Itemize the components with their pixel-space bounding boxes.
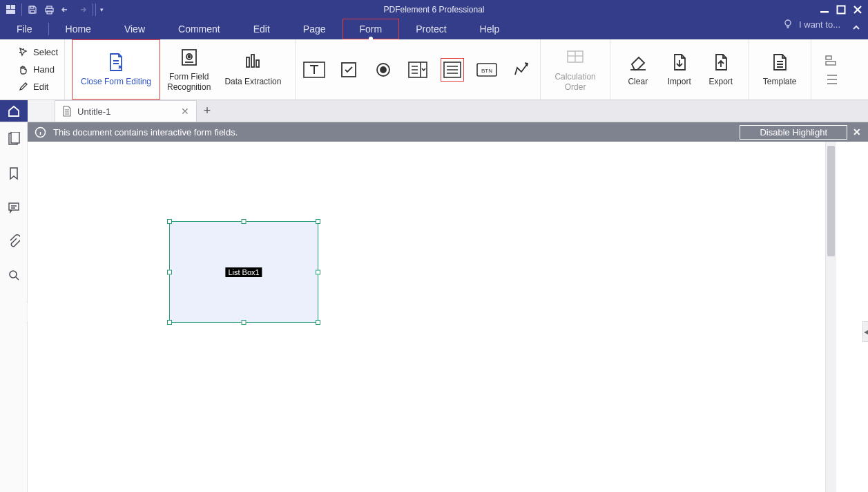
menu-protect-label: Protect [416, 23, 446, 35]
resize-handle-br[interactable] [316, 320, 320, 325]
document-tab[interactable]: Untitle-1 ✕ [55, 100, 197, 122]
thumbnails-icon[interactable] [8, 132, 20, 149]
i-want-to[interactable]: I want to... [782, 19, 840, 30]
template-label: Template [763, 77, 797, 87]
save-icon[interactable] [24, 1, 41, 17]
combobox-tool[interactable] [406, 58, 430, 82]
document-tabs: Untitle-1 ✕ + [0, 100, 868, 122]
logo-icon[interactable] [3, 1, 19, 17]
qat-dropdown-icon[interactable]: ▾ [95, 3, 104, 16]
disable-highlight-button[interactable]: Disable Highlight [740, 125, 847, 140]
svg-rect-1 [11, 5, 15, 9]
close-form-editing-button[interactable]: Close Form Editing [72, 39, 160, 100]
undo-icon[interactable] [57, 1, 74, 17]
svg-text:BTN: BTN [481, 68, 492, 74]
bookmarks-icon[interactable] [8, 167, 19, 183]
add-tab-button[interactable]: + [197, 100, 218, 122]
resize-handle-bc[interactable] [242, 320, 247, 325]
listbox-field[interactable]: List Box1 [169, 221, 318, 323]
svg-point-13 [188, 55, 190, 57]
close-button[interactable] [850, 2, 865, 17]
menu-form[interactable]: Form [343, 19, 400, 39]
svg-rect-9 [838, 6, 845, 13]
menu-page[interactable]: Page [287, 19, 343, 39]
select-tool[interactable]: Select [18, 45, 64, 60]
ribbon-template-group: Template [749, 39, 811, 100]
resize-handle-tl[interactable] [167, 219, 172, 224]
i-want-to-label: I want to... [799, 19, 840, 30]
menu-file-label: File [17, 23, 32, 35]
print-icon[interactable] [41, 1, 57, 17]
calculation-order-label: CalculationOrder [554, 72, 595, 93]
text-field-tool[interactable] [302, 58, 326, 82]
window-controls [817, 2, 865, 17]
menu-home[interactable]: Home [49, 19, 108, 39]
ribbon-selection-tools: Select Hand Edit [0, 39, 65, 100]
signature-tool[interactable] [510, 58, 533, 82]
comments-icon[interactable] [8, 201, 20, 216]
maximize-button[interactable] [833, 2, 849, 17]
resize-handle-bl[interactable] [167, 320, 172, 325]
listbox-tool[interactable] [441, 58, 464, 82]
page-canvas[interactable]: List Box1 [28, 142, 825, 492]
attachments-icon[interactable] [8, 234, 20, 251]
listbox-field-label: List Box1 [225, 267, 262, 277]
ribbon-align-group [811, 39, 869, 100]
menu-help[interactable]: Help [463, 19, 517, 39]
template-button[interactable]: Template [756, 39, 804, 100]
resize-handle-ml[interactable] [167, 269, 172, 274]
workspace: ▶ This document contains interactive for… [0, 122, 868, 492]
close-form-editing-label: Close Form Editing [81, 77, 151, 87]
right-panel-expand-icon[interactable]: ◀ [862, 321, 868, 342]
minimize-button[interactable] [817, 2, 832, 17]
home-tab[interactable] [0, 100, 28, 122]
ribbon-form-group: Close Form Editing Form FieldRecognition… [65, 39, 296, 100]
menu-edit[interactable]: Edit [237, 19, 287, 39]
import-label: Import [668, 77, 691, 87]
close-tab-icon[interactable]: ✕ [181, 106, 189, 117]
export-icon [711, 52, 731, 73]
svg-rect-30 [9, 203, 19, 210]
data-extraction-button[interactable]: Data Extraction [218, 39, 288, 100]
svg-rect-2 [6, 10, 15, 14]
form-field-recognition-button[interactable]: Form FieldRecognition [160, 39, 218, 100]
align-tool[interactable] [822, 53, 843, 68]
app-title: PDFelement 6 Professional [383, 5, 484, 15]
menu-help-label: Help [480, 23, 500, 35]
menu-view[interactable]: View [108, 19, 162, 39]
search-icon[interactable] [8, 269, 20, 284]
resize-handle-mr[interactable] [316, 269, 320, 274]
checkbox-tool[interactable] [337, 58, 360, 82]
resize-handle-tc[interactable] [242, 219, 247, 224]
edit-tool[interactable]: Edit [18, 79, 64, 95]
import-button[interactable]: Import [659, 39, 700, 100]
data-extraction-icon [242, 52, 263, 73]
button-tool[interactable]: BTN [475, 58, 499, 82]
svg-rect-6 [47, 6, 52, 8]
form-field-recognition-label: Form FieldRecognition [167, 72, 211, 93]
scrollbar-thumb[interactable] [827, 146, 835, 256]
menu-home-label: Home [66, 23, 91, 35]
resize-handle-tr[interactable] [316, 219, 320, 224]
data-extraction-label: Data Extraction [224, 77, 281, 87]
svg-rect-8 [820, 11, 829, 13]
svg-point-20 [380, 67, 386, 73]
vertical-scrollbar[interactable] [825, 142, 836, 492]
collapse-ribbon-icon[interactable] [851, 23, 861, 35]
export-button[interactable]: Export [700, 39, 742, 100]
radio-tool[interactable] [372, 58, 395, 82]
distribute-tool[interactable] [822, 72, 843, 87]
menu-bar: File Home View Comment Edit Page Form Pr… [0, 19, 868, 39]
svg-point-10 [785, 20, 791, 26]
hand-tool[interactable]: Hand [18, 62, 64, 77]
menu-comment[interactable]: Comment [162, 19, 237, 39]
ribbon-data-group: Clear Import Export [610, 39, 749, 100]
canvas-wrap: This document contains interactive form … [28, 122, 868, 492]
svg-rect-27 [826, 62, 836, 65]
info-close-icon[interactable]: ✕ [853, 126, 861, 138]
menu-protect[interactable]: Protect [399, 19, 463, 39]
template-icon [769, 52, 790, 73]
clear-button[interactable]: Clear [617, 39, 659, 100]
document-icon [62, 106, 72, 117]
menu-file[interactable]: File [0, 19, 49, 39]
